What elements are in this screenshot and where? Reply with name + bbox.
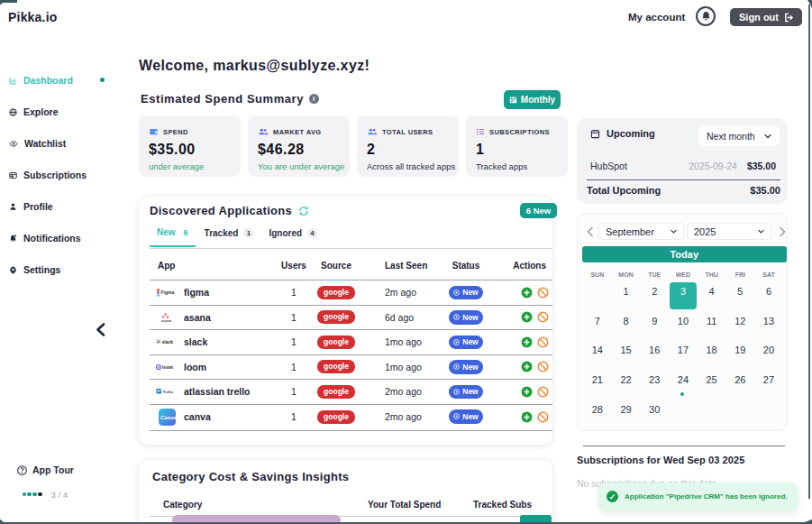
svg-text:loom: loom [162, 364, 173, 370]
svg-text:slack: slack [162, 339, 174, 345]
svg-text:Trello: Trello [163, 390, 174, 394]
svg-text:Canva: Canva [160, 414, 175, 419]
svg-text:Figma: Figma [161, 290, 175, 295]
svg-text:asana: asana [161, 317, 172, 322]
